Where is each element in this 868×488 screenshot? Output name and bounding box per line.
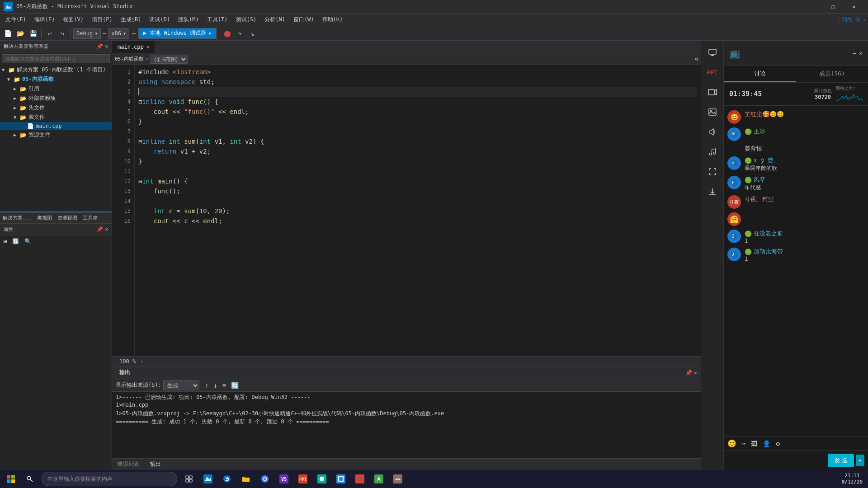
output-btn-4[interactable]: 🔄 [229,381,241,389]
tab-error-list[interactable]: 错误列表 [112,459,145,470]
image-upload-icon[interactable]: 🖼 [751,440,757,447]
music-icon[interactable] [704,144,721,160]
step-in-button[interactable]: ↘ [247,28,259,39]
taskbar-ppt-icon[interactable]: PPT [294,470,312,488]
output-close-icon[interactable]: ✕ [694,370,697,376]
tree-item-references[interactable]: ▶ 📂 引用 [0,84,112,94]
redo-button[interactable]: ↪ [57,28,68,39]
undo-button[interactable]: ↩ [44,28,56,39]
zoom-level[interactable]: 100 % [116,358,139,365]
tree-item-solution[interactable]: ▼ 📁 解决方案'05-内联函数'(1 个项目) [0,65,112,75]
ppt-icon[interactable]: PPT [704,64,721,80]
text-xy: 暴露年龄的歌 [745,164,864,172]
solution-search-input[interactable] [2,54,110,63]
open-button[interactable]: 📂 [14,28,26,39]
breakpoint-button[interactable]: ⬤ [222,28,233,39]
taskbar-app7-icon[interactable] [332,470,350,488]
close-sidebar-icon[interactable]: ✕ [105,43,108,49]
tab-main-cpp[interactable]: main.cpp ✕ [112,41,155,53]
scope-dropdown[interactable]: (全局范围) [151,55,188,64]
close-panel-icon[interactable]: ✕ [105,226,108,232]
pin-icon[interactable]: 📌 [97,43,103,49]
output-btn-1[interactable]: ↑ [203,381,210,389]
tab-resourceview[interactable]: 资源视图 [55,213,80,223]
taskbar-draw-icon[interactable] [370,470,388,488]
pin-icon[interactable]: 📌 [97,226,103,232]
tab-classview[interactable]: 类视图 [34,213,55,223]
run-dropdown[interactable]: ▶ 本地 Windows 调试器 ▾ [138,28,217,39]
tab-close-icon[interactable]: ✕ [146,44,149,49]
output-btn-2[interactable]: ↓ [212,381,219,389]
menu-window[interactable]: 窗口(W) [290,14,318,25]
menu-analyze[interactable]: 分析(N) [261,14,289,25]
send-dropdown-icon[interactable]: ▾ [856,455,864,466]
chat-minimize-icon[interactable]: — [853,50,856,56]
menu-view[interactable]: 视图(V) [59,14,87,25]
taskbar-vs2-icon[interactable]: VS [275,470,293,488]
send-button[interactable]: 发 送 [828,454,854,467]
tab-toolbox[interactable]: 工具箱 [80,213,100,223]
tree-item-main-cpp[interactable]: 📄 main.cpp [0,122,112,130]
tree-item-source-files[interactable]: ▼ 📂 源文件 [0,113,112,122]
output-pin-icon[interactable]: 📌 [685,370,692,376]
tab-discuss[interactable]: 讨论 [724,66,796,82]
task-view-button[interactable] [180,470,198,488]
start-button[interactable] [2,470,20,488]
taskbar-explorer-icon[interactable] [237,470,255,488]
taskbar-search-bar[interactable]: 在这里输入你要搜索的内容 [42,472,177,486]
chat-close-icon[interactable]: ✕ [859,50,863,56]
taskbar-time: 21:11 8/12/20 [838,473,866,486]
prop-icon-2[interactable]: 🔃 [10,237,21,245]
emoji-icon[interactable]: 😊 [727,439,736,448]
debug-config-dropdown[interactable]: Debug ▾ [73,28,101,39]
menu-tools[interactable]: 工具(T) [203,14,231,25]
download-icon[interactable] [704,183,721,200]
share-screen-icon[interactable] [704,44,721,61]
menu-team[interactable]: 团队(M) [175,14,203,25]
menu-debug[interactable]: 调试(D) [146,14,174,25]
menu-build[interactable]: 生成(B) [117,14,145,25]
taskbar-vs-icon[interactable] [199,470,217,488]
save-button[interactable]: 💾 [27,28,39,39]
taskbar-app6-icon[interactable] [313,470,331,488]
new-button[interactable]: 📄 [2,28,14,39]
menu-file[interactable]: 文件(F) [2,14,30,25]
menu-help[interactable]: 帮助(H) [319,14,347,25]
user-tag-icon[interactable]: 👤 [763,440,770,447]
tab-solution[interactable]: 解决方案... [0,213,34,223]
output-btn-3[interactable]: ≡ [221,381,228,389]
tree-item-headers[interactable]: ▶ 📂 头文件 [0,103,112,113]
stream-time: 01:39:45 [729,90,762,98]
avatar-zmlzq: Z [727,230,741,243]
user-account[interactable]: 明杰 李 ▾ [842,16,866,23]
tab-members[interactable]: 成员(56) [796,66,868,82]
menu-test[interactable]: 测试(S) [232,14,260,25]
minimize-button[interactable]: — [802,0,823,14]
prop-icon-1[interactable]: ⊞ [2,237,9,245]
video-icon[interactable] [704,84,721,100]
taskbar-sign-icon[interactable] [389,470,407,488]
platform-dropdown[interactable]: x86 ▾ [108,28,129,39]
taskbar-edge-icon[interactable] [218,470,236,488]
cut-icon[interactable]: ✂ [742,440,745,447]
expand-icon[interactable] [704,164,721,180]
image-icon[interactable] [704,104,721,120]
tree-item-resources[interactable]: ▶ 📂 资源文件 [0,130,112,140]
taskbar-chrome-icon[interactable] [256,470,274,488]
tree-item-external-deps[interactable]: ▶ 📂 外部依赖项 [0,94,112,103]
settings-icon[interactable]: ⚙ [695,56,698,62]
code-content[interactable]: #include <iostream> using namespace std;… [135,65,701,356]
tree-item-project[interactable]: ▼ 📁 05-内联函数 [0,75,112,84]
maximize-button[interactable]: □ [823,0,844,14]
volume-icon[interactable] [704,124,721,140]
settings-chat-icon[interactable]: ⚙ [776,440,779,447]
step-over-button[interactable]: ↷ [234,28,246,39]
close-button[interactable]: ✕ [844,0,864,14]
taskbar-app8-icon[interactable]: 🎮 [351,470,369,488]
menu-project[interactable]: 项目(P) [88,14,116,25]
tab-output[interactable]: 输出 [145,459,166,470]
search-taskbar-button[interactable] [21,470,39,488]
menu-edit[interactable]: 编辑(E) [31,14,59,25]
output-source-select[interactable]: 生成 [163,380,199,390]
prop-icon-3[interactable]: 🔍 [23,237,33,245]
